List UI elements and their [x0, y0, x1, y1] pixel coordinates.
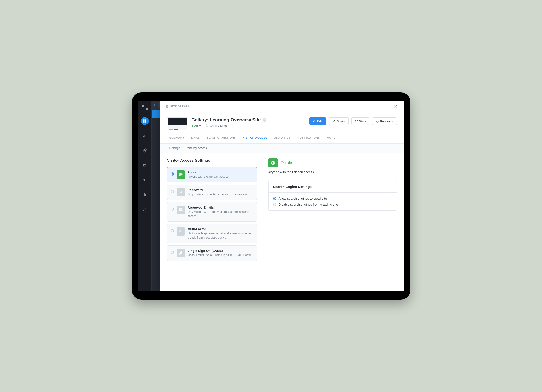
view-button[interactable]: View: [351, 117, 369, 125]
seo-option-1[interactable]: Disable search engines from crawling sit…: [273, 203, 392, 206]
seo-option-label: Allow search engines to crawl site: [279, 197, 327, 200]
site-title: Gallery: Learning Overview Site: [192, 117, 261, 123]
option-title: Public: [188, 170, 253, 174]
key-icon: [177, 249, 185, 257]
sidebar-brush-icon[interactable]: [141, 205, 149, 213]
site-folder[interactable]: Gallery Sites: [206, 124, 227, 127]
sidebar-announce-icon[interactable]: [141, 176, 149, 184]
access-option-password[interactable]: PasswordOnly visitors who enter a passwo…: [167, 185, 257, 200]
breadcrumb-text: SITE DETAILS: [170, 105, 190, 108]
radio-icon: [273, 197, 276, 200]
external-icon: [355, 120, 358, 123]
selected-access-desc: Anyone with the link can access.: [268, 170, 397, 174]
folder-icon: [206, 124, 209, 127]
selected-access-icon: [268, 158, 277, 168]
subtab-pending-access[interactable]: Pending Access: [186, 146, 207, 150]
tablet-frame: F SITE DETAILS ✕: [132, 93, 410, 299]
sidebar-sites-icon[interactable]: [141, 117, 149, 125]
tab-analytics[interactable]: ANALYTICS: [274, 136, 290, 143]
app-logo: [142, 105, 148, 110]
fingerprint-icon: [177, 227, 185, 236]
asterisk-icon: [177, 188, 185, 196]
radio-icon: [171, 251, 174, 254]
sidebar-links-icon[interactable]: [141, 147, 149, 154]
selected-access-title: Public: [281, 160, 293, 166]
site-thumbnail[interactable]: [167, 117, 187, 131]
svg-rect-4: [144, 135, 145, 137]
site-status: Active: [192, 124, 202, 127]
option-title: Password: [188, 188, 253, 192]
option-desc: Only visitors with approved email addres…: [188, 210, 253, 218]
access-option-public[interactable]: PublicAnyone with the link can access.: [167, 167, 257, 182]
svg-rect-9: [166, 105, 167, 108]
sidebar-media-icon[interactable]: [141, 161, 149, 169]
tab-links[interactable]: LINKS: [191, 136, 200, 143]
tabs: SUMMARYLINKSTEAM PERMISSIONSVISITOR ACCE…: [160, 131, 404, 144]
option-desc: Only visitors who enter a password can a…: [188, 193, 253, 197]
svg-point-12: [334, 120, 335, 120]
svg-rect-0: [143, 120, 144, 123]
sidebar-analytics-icon[interactable]: [141, 132, 149, 140]
seo-option-0[interactable]: Allow search engines to crawl site: [273, 197, 392, 200]
share-icon: [332, 120, 335, 123]
svg-rect-10: [167, 105, 168, 107]
svg-rect-16: [377, 121, 378, 122]
option-title: Multi-Factor: [188, 227, 253, 231]
modal-breadcrumb: SITE DETAILS: [165, 105, 190, 108]
radio-icon: [171, 229, 174, 232]
duplicate-icon: [375, 120, 379, 123]
svg-rect-1: [145, 120, 146, 121]
pencil-icon: [313, 120, 316, 123]
seo-panel-title: Search Engine Settings: [269, 181, 397, 193]
modal-body: Gallery: Learning Overview Site ? Active…: [160, 112, 404, 291]
sidebar-docs-icon[interactable]: [141, 191, 149, 199]
access-option-single-sign-on-saml-[interactable]: Single Sign-On (SAML)Visitors must use a…: [167, 245, 257, 261]
svg-rect-3: [143, 136, 144, 137]
svg-rect-2: [145, 121, 146, 123]
duplicate-button[interactable]: Duplicate: [372, 117, 397, 125]
option-desc: Anyone with the link can access.: [188, 175, 253, 179]
layout-icon: [165, 105, 168, 108]
radio-icon: [171, 207, 174, 211]
envelope-icon: [177, 206, 185, 214]
help-icon[interactable]: ?: [263, 118, 266, 122]
radio-icon: [171, 172, 174, 175]
app-sidebar: [138, 101, 151, 291]
screen: F SITE DETAILS ✕: [138, 101, 404, 291]
tab-visitor-access[interactable]: VISITOR ACCESS: [243, 136, 267, 143]
modal-header: SITE DETAILS ✕: [160, 101, 404, 112]
globe-icon: [177, 170, 185, 179]
option-title: Single Sign-On (SAML): [188, 249, 253, 253]
option-desc: Visitors must use a Single Sign-On (SAML…: [188, 253, 253, 257]
access-option-list: PublicAnyone with the link can access.Pa…: [167, 167, 257, 261]
globe-icon: [271, 161, 275, 165]
option-title: Approved Emails: [188, 206, 253, 209]
option-desc: Visitors with approved email addresses m…: [188, 232, 253, 240]
access-option-approved-emails[interactable]: Approved EmailsOnly visitors with approv…: [167, 202, 257, 222]
seo-option-label: Disable search engines from crawling sit…: [279, 203, 338, 206]
filter-letter: F: [154, 103, 156, 107]
radio-icon: [171, 190, 174, 193]
subtabs: SettingsPending Access: [160, 144, 404, 153]
svg-point-13: [333, 121, 333, 121]
svg-point-14: [334, 122, 335, 122]
svg-rect-5: [146, 134, 146, 137]
share-button[interactable]: Share: [329, 117, 348, 125]
subtab-settings[interactable]: Settings: [169, 146, 180, 150]
svg-rect-11: [167, 107, 168, 108]
tab-notifications[interactable]: NOTIFICATIONS: [297, 136, 320, 143]
close-button[interactable]: ✕: [393, 103, 399, 110]
radio-icon: [273, 203, 276, 206]
section-title: Visitor Access Settings: [167, 158, 257, 163]
edit-button[interactable]: Edit: [309, 117, 326, 125]
site-details-modal: SITE DETAILS ✕ Gallery: Learning Overvie…: [160, 101, 404, 291]
tab-summary[interactable]: SUMMARY: [169, 136, 184, 143]
tab-team-permissions[interactable]: TEAM PERMISSIONS: [207, 136, 236, 143]
site-head: Gallery: Learning Overview Site ? Active…: [160, 112, 404, 131]
tab-more[interactable]: MORE: [327, 136, 336, 143]
svg-line-15: [356, 120, 357, 121]
seo-panel: Search Engine Settings Allow search engi…: [268, 181, 397, 211]
access-option-multi-factor[interactable]: Multi-FactorVisitors with approved email…: [167, 224, 257, 243]
